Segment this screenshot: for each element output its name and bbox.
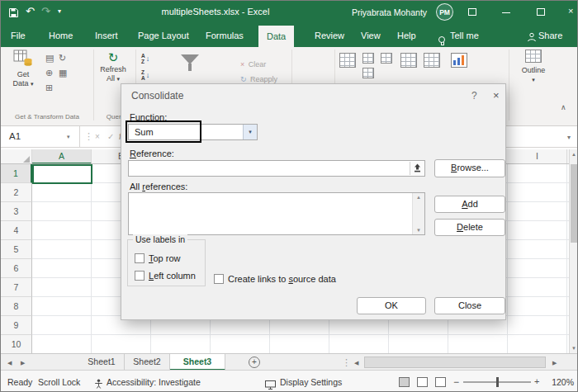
undo-icon[interactable]: ↶: [26, 6, 35, 17]
remove-duplicates-icon[interactable]: [362, 68, 374, 78]
recent-sources-icon[interactable]: ↻: [59, 54, 66, 63]
tab-insert[interactable]: Insert: [95, 24, 118, 47]
what-if-analysis-icon[interactable]: [424, 53, 440, 68]
listbox-scroll-down-icon[interactable]: ▼: [413, 228, 424, 233]
dialog-close-icon[interactable]: ×: [493, 89, 500, 102]
refresh-all-icon: ↻: [108, 50, 119, 64]
forecast-sheet-icon[interactable]: [451, 53, 467, 71]
listbox-scrollbar[interactable]: ▲ ▼: [412, 193, 424, 234]
flash-fill-icon[interactable]: [362, 53, 374, 64]
tab-data[interactable]: Data: [258, 26, 294, 47]
vertical-scrollbar-thumb[interactable]: [571, 164, 578, 243]
share-button[interactable]: Share: [538, 24, 562, 47]
user-name[interactable]: Priyabrata Mohanty: [352, 7, 427, 17]
page-layout-view-icon[interactable]: [417, 377, 428, 387]
ribbon-display-options-icon[interactable]: [468, 8, 476, 16]
tab-formulas[interactable]: Formulas: [206, 24, 244, 47]
refresh-all-button[interactable]: ↻ RefreshAll ▾: [96, 50, 130, 83]
outline-button[interactable]: Outline▾: [514, 50, 552, 84]
existing-connections-icon[interactable]: ▦: [59, 68, 67, 78]
normal-view-icon[interactable]: [399, 377, 410, 387]
top-row-checkbox[interactable]: [135, 253, 144, 263]
tab-scrollbar-separator[interactable]: ⋮: [342, 357, 351, 368]
sheet-tab-sheet1[interactable]: Sheet1: [79, 354, 125, 371]
data-validation-icon[interactable]: [381, 53, 392, 64]
tell-me[interactable]: Tell me: [450, 24, 479, 47]
save-icon[interactable]: [8, 7, 19, 21]
document-title: multipleSheets.xlsx - Excel: [141, 7, 290, 17]
create-links-label: Create links to source data: [228, 274, 336, 284]
consolidate-icon[interactable]: [400, 53, 417, 68]
zoom-out-icon[interactable]: −: [453, 376, 459, 388]
row-header-2[interactable]: 2: [1, 183, 32, 202]
function-dropdown-arrow-icon[interactable]: ▾: [243, 125, 257, 139]
from-table-icon[interactable]: ⊞: [45, 83, 53, 92]
select-all-corner[interactable]: [1, 149, 32, 164]
tab-file[interactable]: File: [11, 24, 26, 47]
left-column-checkbox[interactable]: [135, 271, 144, 281]
sheet-nav-left-icon[interactable]: ◀: [7, 360, 12, 366]
filter-icon[interactable]: [181, 54, 199, 71]
listbox-scroll-up-icon[interactable]: ▲: [413, 195, 424, 200]
active-cell-a1[interactable]: [32, 164, 92, 184]
collapse-dialog-icon[interactable]: [410, 162, 424, 175]
status-display-settings[interactable]: Display Settings: [280, 377, 342, 387]
add-button[interactable]: Add: [434, 196, 505, 213]
sort-az-icon[interactable]: AZ↓: [141, 54, 149, 64]
hscroll-right-icon[interactable]: ▶: [552, 360, 557, 366]
create-links-checkbox[interactable]: [214, 274, 224, 284]
customize-quick-access-icon[interactable]: ▾: [58, 8, 61, 15]
row-header-5[interactable]: 5: [1, 240, 32, 259]
text-to-columns-icon[interactable]: [339, 53, 356, 68]
ok-button[interactable]: OK: [357, 297, 426, 314]
tab-view[interactable]: View: [361, 24, 381, 47]
scroll-down-icon[interactable]: ▼: [570, 346, 578, 351]
sheet-nav-right-icon[interactable]: ▶: [21, 360, 25, 366]
column-header-a[interactable]: A: [32, 149, 92, 164]
close-icon[interactable]: ×: [568, 7, 573, 16]
horizontal-scrollbar-thumb[interactable]: [364, 357, 546, 368]
row-header-10[interactable]: 10: [1, 335, 32, 354]
zoom-level[interactable]: 120%: [546, 377, 574, 387]
reference-input[interactable]: [128, 160, 425, 177]
vertical-scrollbar[interactable]: ▲ ▼: [569, 149, 578, 353]
row-header-6[interactable]: 6: [1, 259, 32, 278]
row-header-1[interactable]: 1: [1, 164, 32, 183]
minimize-icon[interactable]: [502, 12, 510, 13]
row-header-8[interactable]: 8: [1, 297, 32, 316]
zoom-in-icon[interactable]: +: [534, 376, 539, 386]
redo-icon[interactable]: ↷: [41, 6, 50, 17]
tab-page-layout[interactable]: Page Layout: [138, 24, 189, 47]
hscroll-left-icon[interactable]: ◀: [354, 360, 358, 366]
status-accessibility[interactable]: Accessibility: Investigate: [107, 377, 201, 387]
expand-formula-bar-icon[interactable]: ▾: [567, 134, 571, 141]
column-header-i[interactable]: I: [508, 149, 567, 164]
tab-review[interactable]: Review: [315, 24, 344, 47]
close-button[interactable]: Close: [434, 297, 505, 314]
delete-button[interactable]: Delete: [434, 219, 505, 236]
from-web-icon[interactable]: ⊕: [45, 68, 53, 78]
browse-button[interactable]: Browse...: [434, 159, 505, 177]
row-header-3[interactable]: 3: [1, 202, 32, 221]
tab-home[interactable]: Home: [49, 24, 73, 47]
scroll-up-icon[interactable]: ▲: [570, 152, 578, 157]
maximize-icon[interactable]: [537, 8, 545, 16]
page-break-view-icon[interactable]: [435, 377, 446, 387]
sheet-tab-sheet3[interactable]: Sheet3: [170, 354, 225, 371]
dialog-help-icon[interactable]: ?: [471, 90, 477, 102]
get-data-button[interactable]: GetData ▾: [6, 49, 40, 88]
collapse-ribbon-icon[interactable]: ∧: [561, 103, 566, 111]
all-references-listbox[interactable]: ▲ ▼: [128, 192, 425, 235]
sheet-tab-sheet2[interactable]: Sheet2: [125, 354, 170, 371]
from-text-csv-icon[interactable]: ▤: [45, 54, 54, 63]
sort-za-icon[interactable]: ZA↓: [141, 70, 149, 81]
tab-help[interactable]: Help: [397, 24, 416, 47]
row-header-9[interactable]: 9: [1, 316, 32, 335]
row-header-7[interactable]: 7: [1, 278, 32, 297]
name-box-dropdown-icon[interactable]: ▾: [67, 134, 70, 140]
zoom-slider-thumb[interactable]: [496, 377, 499, 387]
new-sheet-button[interactable]: +: [249, 357, 260, 368]
name-box[interactable]: A1 ▾: [1, 126, 80, 148]
user-avatar[interactable]: PM: [436, 3, 453, 21]
row-header-4[interactable]: 4: [1, 221, 32, 240]
